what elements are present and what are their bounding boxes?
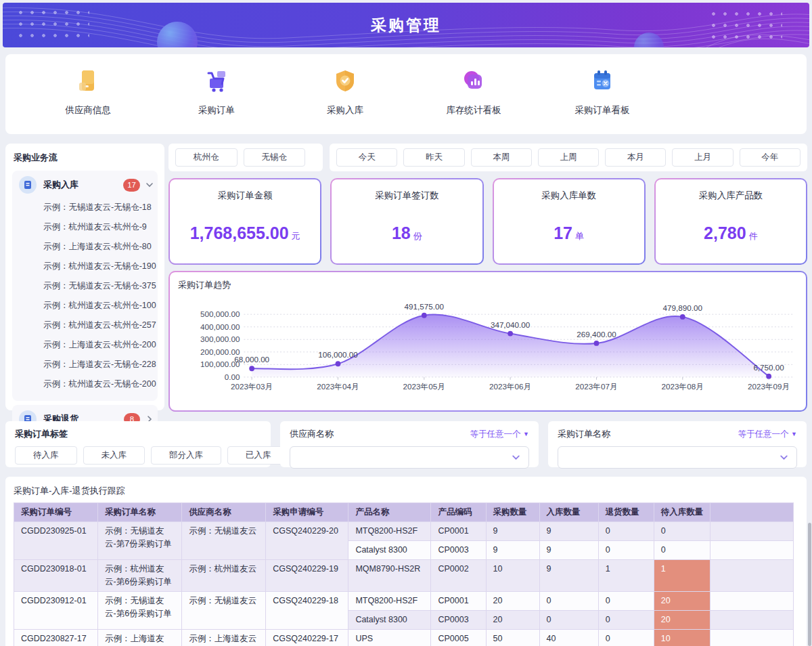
tracking-table-card: 采购订单-入库-退货执行跟踪 采购订单编号采购订单名称供应商名称采购申请编号产品… [5, 477, 807, 646]
request-no-cell: CGSQ240229-20 [266, 522, 348, 560]
svg-text:500,000.00: 500,000.00 [200, 309, 240, 318]
table-header-cell: 采购数量 [486, 503, 539, 522]
order-name-filter-label: 采购订单名称 [558, 428, 610, 440]
product-code-cell: CP0001 [431, 592, 486, 611]
sidebar-item-list: 示例：无锡道友云-无锡仓-18示例：杭州道友云-杭州仓-9示例：上海道友云-杭州… [16, 196, 154, 398]
sidebar-doc-item[interactable]: 示例：上海道友云-杭州仓-200 [16, 335, 154, 355]
product-code-cell: CP0003 [431, 541, 486, 560]
product-name-cell: Catalyst 8300 [348, 611, 431, 630]
kpi-card: 采购入库单数17单 [493, 178, 646, 265]
pending-qty-cell: 20 [654, 611, 710, 630]
nav-item-purchase-order[interactable]: 采购订单 [176, 68, 257, 116]
kpi-title: 采购订单签订数 [332, 190, 482, 202]
request-no-cell: CGSQ240229-19 [266, 560, 348, 592]
warehouse-tab[interactable]: 无锡仓 [244, 148, 306, 167]
supplier-select[interactable] [290, 446, 529, 469]
table-header-cell: 采购申请编号 [266, 503, 348, 522]
product-code-cell: CP0005 [431, 630, 486, 646]
document-icon [19, 176, 37, 194]
table-row[interactable]: CGDD230827-17示例：上海道友云-第7份采购订单示例：上海道友云CGS… [14, 630, 794, 646]
svg-text:400,000.00: 400,000.00 [200, 322, 240, 331]
order-tag-button[interactable]: 部分入库 [151, 446, 221, 465]
svg-text:2023年04月: 2023年04月 [317, 382, 359, 391]
order-no-cell: CGDD230925-01 [14, 522, 98, 560]
kpi-card: 采购订单签订数18份 [330, 178, 483, 265]
purchase-trend-chart: 0.00100,000.00200,000.00300,000.00400,00… [178, 293, 798, 404]
table-row[interactable]: CGDD230918-01示例：杭州道友云-第6份采购订单示例：杭州道友云CGS… [14, 560, 794, 592]
svg-text:106,000.00: 106,000.00 [318, 350, 358, 359]
period-tab[interactable]: 今年 [740, 148, 800, 167]
period-tab[interactable]: 上周 [538, 148, 599, 167]
sidebar-purchase-flow: 采购业务流 采购入库 17 示例：无锡道友云-无锡仓-18示例：杭州道友云-杭州… [5, 144, 164, 410]
period-tab[interactable]: 昨天 [403, 148, 464, 167]
sidebar-doc-item[interactable]: 示例：杭州道友云-杭州仓-9 [16, 217, 154, 237]
svg-text:68,000.00: 68,000.00 [234, 355, 269, 364]
sidebar-doc-item[interactable]: 示例：无锡道友云-无锡仓-18 [16, 198, 154, 217]
nav-item-label: 采购订单 [176, 104, 257, 116]
supplier-filter-label: 供应商名称 [290, 428, 334, 440]
period-tab[interactable]: 本周 [471, 148, 532, 167]
nav-item-supplier-info[interactable]: 供应商信息 [47, 68, 129, 116]
order-name-cell: 示例：无锡道友云-第6份采购订单 [98, 592, 182, 630]
chart-title: 采购订单趋势 [178, 279, 798, 291]
supplier-cell: 示例：无锡道友云 [182, 592, 266, 630]
nav-item-label: 采购入库 [304, 104, 386, 116]
sidebar-doc-item[interactable]: 示例：杭州道友云-无锡仓-200 [16, 374, 154, 394]
sidebar-doc-item[interactable]: 示例：上海道友云-无锡仓-228 [16, 355, 154, 374]
triangle-down-icon: ▼ [523, 431, 529, 437]
order-tag-button[interactable]: 未入库 [83, 446, 145, 465]
period-tab[interactable]: 上月 [672, 148, 733, 167]
pending-qty-cell: 0 [654, 541, 710, 560]
return-qty-cell: 0 [598, 630, 654, 646]
order-condition-link[interactable]: 等于任意一个 ▼ [738, 429, 797, 440]
table-header-cell: 采购订单名称 [98, 503, 182, 522]
spacer-cell [710, 630, 793, 646]
sidebar-doc-item[interactable]: 示例：杭州道友云-杭州仓-257 [16, 316, 154, 335]
supplier-condition-link[interactable]: 等于任意一个 ▼ [470, 429, 529, 440]
order-name-select[interactable] [558, 446, 797, 469]
nav-item-label: 采购订单看板 [562, 104, 643, 116]
page-scrollbar-thumb[interactable] [808, 523, 811, 646]
page-title: 采购管理 [3, 15, 809, 36]
triangle-down-icon: ▼ [791, 431, 797, 437]
kpi-value: 17单 [494, 223, 644, 243]
product-name-cell: Catalyst 8300 [348, 541, 431, 560]
supplier-cell: 示例：杭州道友云 [182, 560, 266, 592]
nav-item-order-board[interactable]: 采购订单看板 [562, 68, 643, 116]
sidebar-group-inbound-header[interactable]: 采购入库 17 [16, 173, 154, 196]
product-code-cell: CP0003 [431, 611, 486, 630]
purchase-qty-cell: 50 [486, 630, 539, 646]
purchase-qty-cell: 20 [486, 611, 539, 630]
spacer-cell [710, 541, 793, 560]
sidebar-doc-item[interactable]: 示例：无锡道友云-无锡仓-375 [16, 276, 154, 296]
table-body: CGDD230925-01示例：无锡道友云-第7份采购订单示例：无锡道友云CGS… [14, 522, 794, 646]
kpi-title: 采购入库产品数 [656, 190, 806, 202]
product-name-cell: MTQ8200-HS2F [348, 522, 431, 541]
order-calendar-icon [589, 68, 615, 93]
table-row[interactable]: CGDD230925-01示例：无锡道友云-第7份采购订单示例：无锡道友云CGS… [14, 522, 794, 541]
return-qty-cell: 0 [598, 592, 654, 611]
order-name-filter-card: 采购订单名称 等于任意一个 ▼ [548, 421, 807, 467]
warehouse-tab[interactable]: 杭州仓 [175, 148, 238, 167]
nav-item-inventory-board[interactable]: 库存统计看板 [433, 68, 514, 116]
period-tab[interactable]: 今天 [336, 148, 397, 167]
sidebar-doc-item[interactable]: 示例：杭州道友云-无锡仓-190 [16, 257, 154, 276]
request-no-cell: CGSQ240229-17 [266, 630, 348, 646]
period-tab[interactable]: 本月 [605, 148, 666, 167]
nav-item-purchase-inbound[interactable]: 采购入库 [304, 68, 386, 116]
svg-text:269,400.00: 269,400.00 [577, 330, 616, 339]
product-name-cell: MTQ8200-HS2F [348, 592, 431, 611]
order-tag-buttons: 待入库未入库部分入库已入库 [15, 446, 261, 465]
svg-text:491,575.00: 491,575.00 [405, 302, 445, 311]
warehouse-filter: 杭州仓无锡仓 [168, 144, 323, 171]
kpi-value: 18份 [332, 223, 482, 243]
sidebar-doc-item[interactable]: 示例：杭州道友云-杭州仓-100 [16, 296, 154, 316]
sidebar-doc-item[interactable]: 示例：上海道友云-杭州仓-80 [16, 237, 154, 257]
trend-chart-card: 采购订单趋势 0.00100,000.00200,000.00300,000.0… [168, 271, 807, 412]
order-tag-button[interactable]: 待入库 [15, 446, 77, 465]
table-row[interactable]: CGDD230912-01示例：无锡道友云-第6份采购订单示例：无锡道友云CGS… [14, 592, 794, 611]
svg-text:479,890.00: 479,890.00 [663, 303, 703, 312]
svg-text:0.00: 0.00 [225, 372, 240, 381]
main-panel: 杭州仓无锡仓 今天昨天本周上周本月上月今年 采购订单金额1,768,655.00… [168, 144, 807, 412]
table-header-cell: 供应商名称 [182, 503, 266, 522]
